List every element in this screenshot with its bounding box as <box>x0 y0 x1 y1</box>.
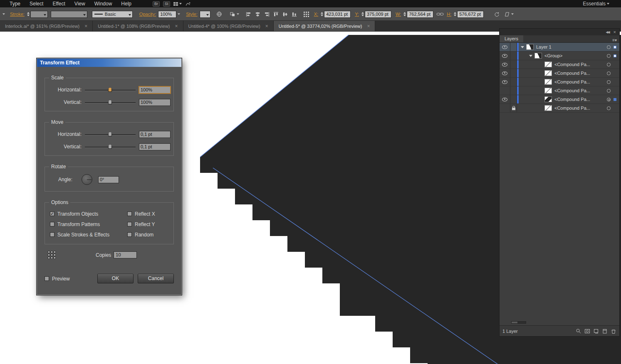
appearance-menu-icon[interactable] <box>2 13 5 15</box>
expand-icon[interactable] <box>529 55 532 57</box>
x-stepper[interactable] <box>321 12 323 16</box>
selection-chip[interactable] <box>614 54 616 57</box>
menu-window[interactable]: Window <box>90 1 117 7</box>
x-input[interactable]: 423,031 pt <box>324 11 351 18</box>
bridge-button[interactable]: Br <box>153 1 160 7</box>
layer-row[interactable]: <Compound Pa... <box>500 104 619 113</box>
reference-point-icon[interactable] <box>304 12 309 17</box>
align-center-icon[interactable] <box>255 12 260 17</box>
visibility-toggle[interactable] <box>500 95 510 103</box>
layer-name[interactable]: <Group> <box>544 53 562 58</box>
layer-row[interactable]: <Compound Pa... <box>500 60 619 69</box>
layer-name[interactable]: <Compound Pa... <box>554 88 590 93</box>
align-middle-icon[interactable] <box>282 12 288 17</box>
target-circle[interactable] <box>607 45 611 49</box>
align-bottom-icon[interactable] <box>292 12 297 17</box>
layer-name[interactable]: <Compound Pa... <box>554 62 590 67</box>
layer-row[interactable]: <Compound Pa... <box>500 95 619 104</box>
h-stepper[interactable] <box>454 12 456 16</box>
h-input[interactable]: 576,672 pt <box>457 11 484 18</box>
layer-name[interactable]: <Compound Pa... <box>554 97 590 102</box>
brush-definition-select[interactable]: Basic <box>92 11 133 18</box>
opacity-input[interactable]: 100% <box>158 11 176 18</box>
cancel-button[interactable]: Cancel <box>138 274 174 283</box>
stock-button[interactable]: St <box>163 1 170 7</box>
checkbox-box[interactable] <box>127 222 132 226</box>
document-setup-icon[interactable] <box>216 11 222 17</box>
visibility-toggle[interactable] <box>500 69 510 77</box>
target-circle[interactable] <box>607 54 611 58</box>
checkbox-box[interactable] <box>127 212 132 216</box>
target-circle[interactable] <box>607 71 611 75</box>
lock-toggle[interactable] <box>510 69 517 77</box>
angle-dial[interactable] <box>82 174 92 185</box>
close-icon[interactable] <box>265 23 268 29</box>
workspace-switcher[interactable]: Essentials <box>583 1 609 7</box>
w-input[interactable]: 762,564 pt <box>407 11 433 18</box>
h-link[interactable]: H: <box>447 12 451 17</box>
layer-name[interactable]: <Compound Pa... <box>554 71 590 76</box>
target-circle[interactable] <box>607 98 611 101</box>
delete-icon[interactable] <box>611 328 616 334</box>
layer-row[interactable]: Layer 1 <box>500 43 619 52</box>
stroke-profile-select[interactable] <box>51 11 87 18</box>
copies-input[interactable]: 10 <box>114 251 137 258</box>
lock-toggle[interactable] <box>510 78 517 86</box>
menu-effect[interactable]: Effect <box>48 1 69 7</box>
align-left-icon[interactable] <box>246 12 251 17</box>
close-icon[interactable] <box>367 23 370 29</box>
opacity-link[interactable]: Opacity: <box>139 12 156 17</box>
make-clip-mask-icon[interactable] <box>584 328 590 334</box>
reflect-x-checkbox[interactable]: Reflect X <box>127 211 173 217</box>
selection-chip[interactable] <box>614 46 616 49</box>
stroke-weight-select[interactable] <box>30 11 48 18</box>
slider-thumb[interactable] <box>108 87 112 92</box>
stroke-link[interactable]: Stroke: <box>10 12 25 17</box>
layer-name[interactable]: Layer 1 <box>536 44 552 49</box>
lock-toggle[interactable] <box>510 86 517 95</box>
expand-icon[interactable] <box>521 46 524 48</box>
dialog-titlebar[interactable]: Transform Effect <box>37 59 181 67</box>
slider-thumb[interactable] <box>108 144 112 149</box>
tab-interlock[interactable]: Interlock.ai* @ 161% (RGB/Preview) <box>0 21 93 31</box>
collapse-panel-icon[interactable] <box>606 30 609 34</box>
checkbox-box[interactable] <box>50 222 54 226</box>
scale-horizontal-input[interactable]: 100% <box>139 86 171 93</box>
preview-checkbox[interactable]: Preview <box>45 276 70 282</box>
horizontal-scrollbar[interactable] <box>511 321 526 324</box>
stroke-weight-stepper[interactable] <box>27 12 30 16</box>
new-layer-icon[interactable] <box>602 328 608 334</box>
random-checkbox[interactable]: Random <box>127 232 173 238</box>
checkbox-box[interactable] <box>127 232 132 237</box>
shear-icon[interactable] <box>504 12 514 17</box>
slider-thumb[interactable] <box>108 100 112 104</box>
menu-help[interactable]: Help <box>116 1 136 7</box>
panel-menu-icon[interactable] <box>612 38 617 42</box>
visibility-toggle[interactable] <box>500 52 510 60</box>
layer-row[interactable]: <Compound Pa... <box>500 86 619 95</box>
menu-select[interactable]: Select <box>25 1 48 7</box>
checkbox-box[interactable]: ✓ <box>50 212 54 216</box>
move-horizontal-input[interactable]: 0,1 pt <box>139 131 171 138</box>
menu-view[interactable]: View <box>70 1 90 7</box>
target-circle[interactable] <box>607 63 611 66</box>
layer-name[interactable]: <Compound Pa... <box>554 106 590 111</box>
scale-strokes-checkbox[interactable]: Scale Strokes & Effects <box>50 232 127 238</box>
new-sublayer-icon[interactable] <box>593 328 599 334</box>
scale-vertical-slider[interactable] <box>85 99 136 105</box>
move-vertical-slider[interactable] <box>85 144 136 150</box>
x-link[interactable]: X: <box>314 12 318 17</box>
tab-untitled-5[interactable]: Untitled-5* @ 33774,02% (RGB/Preview) <box>274 21 376 31</box>
slider-thumb[interactable] <box>108 132 112 136</box>
isolate-selected-icon[interactable] <box>230 12 239 17</box>
selection-chip[interactable] <box>614 98 616 101</box>
opacity-dropdown-icon[interactable] <box>178 13 180 15</box>
arrange-documents-icon[interactable] <box>173 2 182 6</box>
reflect-y-checkbox[interactable]: Reflect Y <box>127 221 173 227</box>
close-panel-icon[interactable] <box>614 30 616 34</box>
style-link[interactable]: Style: <box>186 12 198 17</box>
angle-input[interactable]: 0° <box>98 176 119 183</box>
scale-vertical-input[interactable]: 100% <box>139 99 171 106</box>
locate-object-icon[interactable] <box>576 328 581 334</box>
visibility-toggle[interactable] <box>500 86 510 95</box>
